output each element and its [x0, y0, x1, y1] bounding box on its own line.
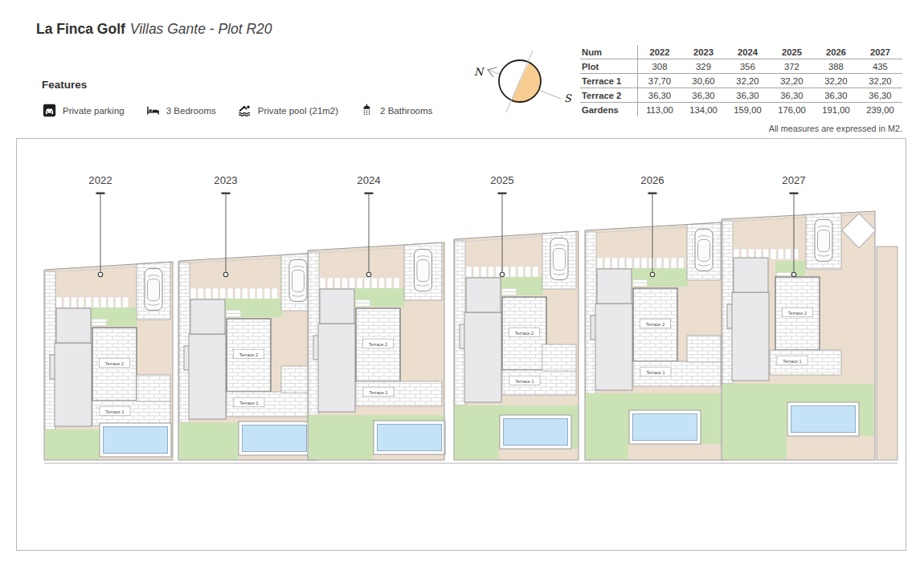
cell-value: 372: [770, 59, 814, 74]
pool: [633, 414, 697, 441]
features-heading: Features: [42, 79, 87, 91]
cell-value: 36,30: [770, 88, 814, 103]
terrace2-label: Terrace 2: [369, 342, 387, 347]
plot-label: 2024: [357, 174, 380, 186]
cell-value: 134,00: [681, 103, 726, 117]
feature-label: Private pool (21m2): [258, 106, 338, 116]
villa-building: [464, 312, 501, 402]
terrace1-label: Terrace 1: [369, 390, 387, 395]
villa-building: [595, 303, 632, 390]
plot-2024: Terrace 2Terrace 1: [308, 242, 445, 460]
plot-2023: Terrace 2Terrace 1: [178, 253, 317, 460]
terrace1-label: Terrace 1: [783, 359, 801, 364]
paved-strip: [455, 241, 465, 405]
cell-value: 329: [681, 59, 726, 74]
paved-strip: [586, 232, 596, 393]
cell-value: 32,20: [770, 74, 814, 88]
pool: [243, 426, 307, 452]
cell-value: 30,60: [681, 74, 726, 88]
col-header-year: 2022: [638, 45, 682, 59]
plot-label: 2026: [640, 174, 664, 186]
pool: [504, 419, 568, 446]
page-title: La Finca GolfVillas Gante - Plot R20: [36, 21, 272, 38]
table-row: Plot308329356372388435: [580, 59, 902, 74]
cell-value: 191,00: [814, 103, 858, 117]
cell-value: 113,00: [638, 103, 682, 117]
terrace2-label: Terrace 2: [515, 331, 534, 336]
pool: [378, 425, 442, 451]
villa-building: [732, 292, 769, 381]
plot-label: 2022: [88, 174, 112, 186]
site-plan-drawing: Terrace 2Terrace 1Terrace 2Terrace 1Terr…: [17, 139, 906, 550]
cell-value: 159,00: [726, 103, 770, 117]
col-header-num: Num: [580, 45, 638, 59]
cell-value: 32,20: [858, 74, 902, 88]
cell-value: 32,20: [814, 74, 858, 88]
col-header-year: 2023: [681, 45, 726, 59]
paved-strip: [179, 263, 190, 422]
pool-icon: [238, 104, 251, 117]
paved-strip: [722, 221, 733, 384]
cell-value: 36,30: [638, 88, 682, 103]
table-row: Terrace 236,3036,3036,3036,3036,3036,30: [580, 88, 902, 103]
feature-bathrooms: 2 Bathrooms: [360, 104, 432, 117]
feature-private-parking: Private parking: [43, 104, 125, 117]
table-row: Gardens113,00134,00159,00176,00191,00239…: [580, 103, 902, 117]
cell-value: 37,70: [638, 74, 682, 88]
cell-value: 36,30: [814, 88, 858, 103]
compass-north-label: N: [474, 66, 485, 78]
terrace1-label: Terrace 1: [646, 370, 664, 375]
terrace2-label: Terrace 2: [646, 322, 664, 327]
paved-strip: [309, 252, 319, 415]
row-label: Terrace 2: [580, 88, 638, 103]
side-strip: [877, 246, 897, 460]
villa-building: [55, 343, 92, 426]
feature-label: 3 Bedrooms: [166, 106, 216, 116]
plot-label: 2023: [214, 174, 237, 186]
cell-value: 308: [638, 59, 682, 74]
page-title-main: La Finca Golf: [36, 21, 125, 37]
plot-2027: Terrace 2Terrace 1: [722, 211, 875, 460]
plot-label: 2027: [782, 174, 805, 186]
col-header-year: 2026: [814, 45, 858, 59]
terrace1-label: Terrace 1: [515, 379, 534, 384]
feature-bedrooms: 3 Bedrooms: [146, 104, 216, 117]
compass-rose: N S: [466, 44, 579, 118]
measures-table: Num202220232024202520262027 Plot30832935…: [580, 45, 902, 116]
col-header-year: 2025: [770, 45, 814, 59]
terrace1-label: Terrace 1: [105, 409, 124, 414]
page-title-sub: Villas Gante - Plot R20: [130, 21, 272, 37]
cell-value: 388: [814, 59, 858, 74]
paved-strip: [45, 271, 55, 430]
terrace2-label: Terrace 2: [105, 361, 124, 366]
villa-building: [318, 324, 355, 412]
features-row: Private parking 3 Bedrooms Private pool …: [43, 104, 432, 117]
cell-value: 36,30: [681, 88, 726, 103]
cell-value: 32,20: [726, 74, 770, 88]
plot-label: 2025: [490, 174, 513, 186]
cell-value: 36,30: [726, 88, 770, 103]
col-header-year: 2027: [858, 45, 902, 59]
plot-2026: Terrace 2Terrace 1: [585, 222, 723, 460]
row-label: Gardens: [580, 103, 638, 117]
terrace2-label: Terrace 2: [788, 311, 807, 316]
cell-value: 176,00: [770, 103, 814, 117]
feature-pool: Private pool (21m2): [238, 104, 338, 117]
pool: [791, 406, 856, 433]
row-label: Terrace 1: [580, 74, 638, 88]
villa-building: [189, 334, 226, 419]
terrace2-label: Terrace 2: [239, 352, 258, 357]
cell-value: 239,00: [858, 103, 902, 117]
terrace1-label: Terrace 1: [239, 401, 258, 405]
plot-leader-2022: 2022: [88, 174, 112, 277]
cell-value: 356: [726, 59, 770, 74]
pool: [104, 427, 168, 454]
compass-south-label: S: [564, 92, 572, 104]
brochure-page: La Finca GolfVillas Gante - Plot R20 Fea…: [0, 0, 924, 562]
site-plan: Terrace 2Terrace 1Terrace 2Terrace 1Terr…: [16, 138, 906, 551]
row-label: Plot: [580, 59, 638, 74]
cell-value: 435: [858, 59, 902, 74]
feature-label: Private parking: [63, 106, 125, 116]
measures-note: All measures are expressed in M2.: [580, 124, 902, 133]
parking-icon: [43, 104, 56, 117]
